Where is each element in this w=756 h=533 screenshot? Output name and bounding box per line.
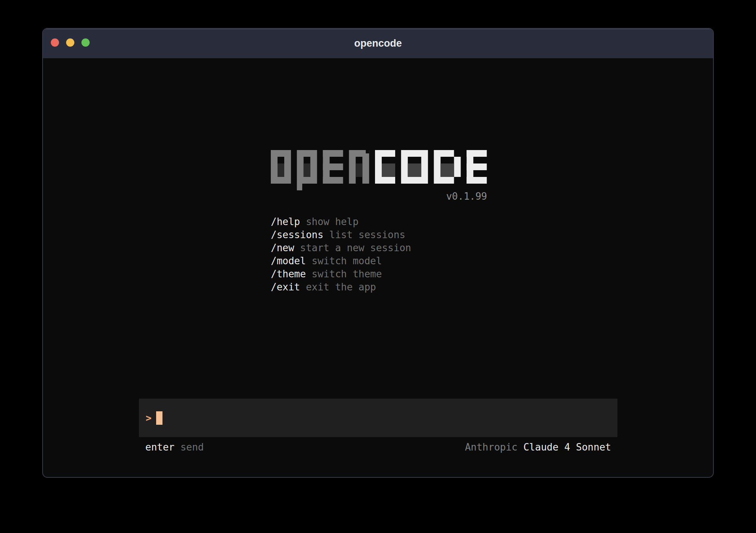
opencode-logo-image xyxy=(271,150,487,190)
opencode-window: opencode v0.1.99 /help show help/session… xyxy=(42,28,714,478)
prompt-chevron: > xyxy=(146,411,152,425)
command-list-item: /exit exit the app xyxy=(271,281,487,294)
screen: opencode v0.1.99 /help show help/session… xyxy=(0,0,756,533)
command-description: list sessions xyxy=(329,229,406,240)
message-input[interactable]: > xyxy=(139,399,617,437)
key-hint: enter send xyxy=(145,442,204,452)
hero-section: v0.1.99 /help show help/sessions list se… xyxy=(271,150,487,294)
enter-hint-action: send xyxy=(180,442,204,453)
command-name: /help xyxy=(271,216,300,227)
command-name: /exit xyxy=(271,281,300,293)
model-provider: Anthropic xyxy=(465,442,518,453)
model-indicator: Anthropic Claude 4 Sonnet xyxy=(465,442,611,452)
command-description: switch model xyxy=(312,255,382,266)
command-list-item: /sessions list sessions xyxy=(271,228,487,241)
command-list: /help show help/sessions list sessions/n… xyxy=(271,215,487,294)
model-name: Claude 4 Sonnet xyxy=(523,442,611,453)
version-label: v0.1.99 xyxy=(271,191,487,202)
command-name: /sessions xyxy=(271,229,323,240)
command-name: /new xyxy=(271,242,294,253)
command-description: start a new session xyxy=(300,242,411,253)
text-cursor xyxy=(156,411,162,425)
status-bar: enter send Anthropic Claude 4 Sonnet xyxy=(139,442,617,452)
command-description: show help xyxy=(306,216,359,227)
command-name: /model xyxy=(271,255,306,266)
command-description: switch theme xyxy=(312,268,382,280)
command-list-item: /help show help xyxy=(271,215,487,228)
command-list-item: /model switch model xyxy=(271,255,487,268)
command-list-item: /new start a new session xyxy=(271,241,487,255)
command-description: exit the app xyxy=(306,281,376,293)
command-list-item: /theme switch theme xyxy=(271,268,487,281)
window-titlebar[interactable]: opencode xyxy=(43,29,713,58)
enter-hint-key: enter xyxy=(145,442,174,453)
window-title: opencode xyxy=(43,29,713,58)
opencode-logo xyxy=(271,150,487,190)
command-name: /theme xyxy=(271,268,306,280)
